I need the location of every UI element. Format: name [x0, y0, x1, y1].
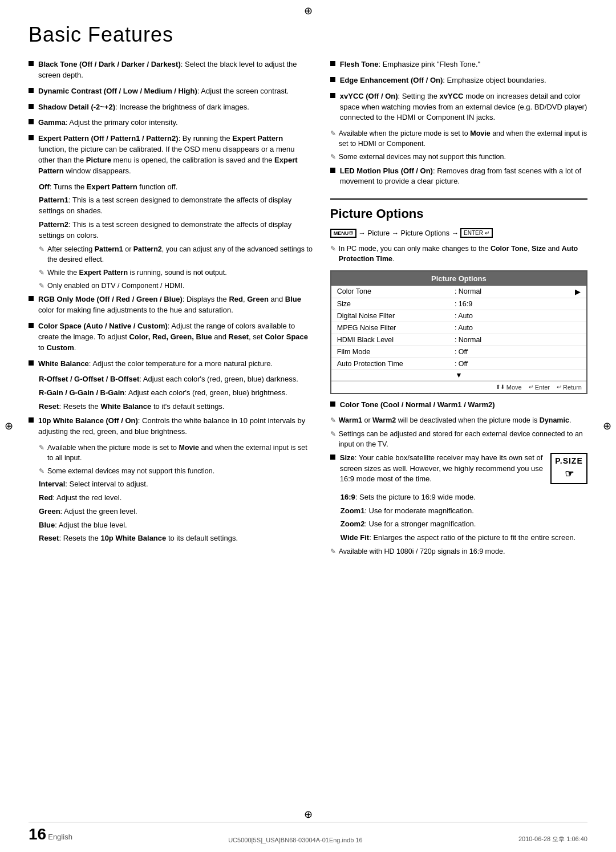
note-text: Some external devices may not support th… [339, 152, 506, 162]
table-row: MPEG Noise Filter : Auto [331, 322, 586, 334]
list-item: xvYCC (Off / On): Setting the xvYCC mode… [330, 91, 587, 124]
table-row: Digital Noise Filter : Auto [331, 310, 586, 322]
note-text: Settings can be adjusted and stored for … [339, 429, 587, 449]
bullet-text: Black Tone (Off / Dark / Darker / Darkes… [38, 59, 313, 81]
note-item: ✎ While the Expert Pattern is running, s… [39, 267, 313, 278]
bullet-text: White Balance: Adjust the color temperat… [38, 359, 313, 370]
table-cell-value: : Auto [455, 324, 572, 332]
note-text: Available when the picture mode is set t… [47, 443, 313, 463]
return-icon: ↩ [557, 384, 561, 390]
section-divider [330, 198, 587, 200]
more-indicator: ▼ [455, 371, 462, 379]
table-row-arrow: ▶ [572, 287, 581, 296]
main-content: Black Tone (Off / Dark / Darker / Darkes… [29, 59, 587, 559]
note-text: After selecting Pattern1 or Pattern2, yo… [47, 244, 313, 265]
bullet-icon [29, 323, 34, 328]
note-item: ✎ Some external devices may not support … [330, 152, 587, 162]
list-item: Dynamic Contrast (Off / Low / Medium / H… [29, 86, 313, 97]
note-icon: ✎ [330, 245, 336, 253]
sub-item: Red: Adjust the red level. [39, 493, 313, 504]
left-column: Black Tone (Off / Dark / Darker / Darkes… [29, 59, 313, 559]
bullet-icon [29, 119, 34, 124]
note-icon: ✎ [39, 269, 44, 277]
table-row: Size : 16:9 [331, 298, 586, 310]
note-item: ✎ After selecting Pattern1 or Pattern2, … [39, 244, 313, 265]
bullet-text: Color Tone (Cool / Normal / Warm1 / Warm… [340, 400, 587, 411]
bullet-icon [29, 296, 34, 301]
table-cell-label: Film Mode [337, 348, 455, 356]
bottom-compass-icon: ⊕ [304, 808, 313, 821]
list-item: P.SIZE ☞ Size: Your cable box/satellite … [330, 453, 587, 487]
menu-icon: MENU⊞ [330, 229, 357, 238]
note-icon: ✎ [39, 245, 44, 253]
note-item: ✎ Warm1 or Warm2 will be deactivated whe… [330, 415, 587, 425]
note-icon: ✎ [330, 547, 336, 555]
list-item: Color Tone (Cool / Normal / Warm1 / Warm… [330, 400, 587, 411]
list-item: LED Motion Plus (Off / On): Removes drag… [330, 166, 587, 188]
note-item: ✎ Settings can be adjusted and stored fo… [330, 429, 587, 449]
bullet-text: Flesh Tone: Emphasize pink "Flesh Tone." [340, 59, 587, 70]
table-row-more: ▼ [331, 370, 586, 381]
bullet-icon [29, 135, 34, 140]
right-compass-icon: ⊕ [603, 420, 611, 432]
sub-item: Zoom1: Use for moderate magnification. [341, 506, 587, 517]
table-row: Auto Protection Time : Off [331, 358, 586, 370]
bullet-text: LED Motion Plus (Off / On): Removes drag… [340, 166, 587, 188]
bullet-text: Color Space (Auto / Native / Custom): Ad… [38, 321, 313, 354]
note-icon: ✎ [330, 430, 336, 438]
page-number: 16 [29, 825, 46, 843]
sub-item: R-Offset / G-Offset / B-Offset: Adjust e… [39, 374, 313, 385]
bullet-icon [29, 360, 34, 366]
bullet-text: RGB Only Mode (Off / Red / Green / Blue)… [38, 294, 313, 316]
page-number-block: 16 English [29, 825, 72, 843]
bullet-icon [330, 77, 335, 82]
note-item: ✎ In PC mode, you can only make changes … [330, 244, 587, 264]
table-cell-value: : Off [455, 360, 572, 368]
note-text: Available when the picture mode is set t… [339, 128, 587, 149]
table-cell-label: Size [337, 300, 455, 308]
table-row: Film Mode : Off [331, 346, 586, 358]
bullet-icon [330, 61, 335, 66]
bullet-icon [29, 417, 34, 423]
table-cell-label: Color Tone [337, 287, 455, 295]
table-cell-label: MPEG Noise Filter [337, 324, 455, 332]
table-cell-label: HDMI Black Level [337, 336, 455, 344]
picture-options-title: Picture Options [330, 206, 587, 221]
bullet-icon [330, 168, 335, 173]
bullet-icon [330, 93, 335, 98]
table-cell-value: : Off [455, 348, 572, 356]
bullet-text: P.SIZE ☞ Size: Your cable box/satellite … [340, 453, 587, 487]
note-item: ✎ Available when the picture mode is set… [330, 128, 587, 149]
page-language: English [48, 833, 72, 841]
note-icon: ✎ [39, 282, 44, 290]
note-item: ✎ Available when the picture mode is set… [39, 443, 313, 463]
footer-enter-label: Enter [535, 384, 550, 391]
bullet-text: Edge Enhancement (Off / On): Emphasize o… [340, 75, 587, 86]
note-icon: ✎ [330, 129, 336, 137]
bullet-text: xvYCC (Off / On): Setting the xvYCC mode… [340, 91, 587, 124]
list-item: White Balance: Adjust the color temperat… [29, 359, 313, 370]
bullet-text: Expert Pattern (Off / Pattern1 / Pattern… [38, 133, 313, 176]
note-text: Only enabled on DTV / Component / HDMI. [47, 281, 184, 291]
footer-move-label: Move [506, 384, 522, 391]
note-text: Some external devices may not support th… [47, 466, 214, 476]
page-title: Basic Features [29, 23, 587, 47]
enter-icon: ENTER ↵ [460, 228, 493, 238]
table-cell-value: : 16:9 [455, 300, 572, 308]
menu-path: MENU⊞ → Picture → Picture Options → ENTE… [330, 228, 587, 238]
footer-return-label: Return [563, 384, 582, 391]
footer-center: UC5000[5S]_USA]BN68-03004A-01Eng.indb 16 [228, 837, 362, 843]
note-icon: ✎ [39, 444, 44, 452]
note-icon: ✎ [330, 153, 336, 161]
page-footer: 16 English UC5000[5S]_USA]BN68-03004A-01… [29, 822, 587, 843]
left-compass-icon: ⊕ [5, 420, 13, 432]
psize-box: P.SIZE ☞ [550, 453, 587, 484]
note-text: Warm1 or Warm2 will be deactivated when … [339, 415, 572, 425]
note-text: In PC mode, you can only make changes to… [339, 244, 587, 264]
table-footer: ⬆⬇ Move ↵ Enter ↩ Return [331, 381, 586, 393]
move-icon: ⬆⬇ [496, 384, 505, 390]
sub-item: Pattern2: This is a test screen designed… [39, 220, 313, 241]
sub-item: R-Gain / G-Gain / B-Gain: Adjust each co… [39, 388, 313, 399]
sub-item: Reset: Resets the White Balance to it's … [39, 401, 313, 412]
bullet-text: Gamma: Adjust the primary color intensit… [38, 117, 313, 128]
